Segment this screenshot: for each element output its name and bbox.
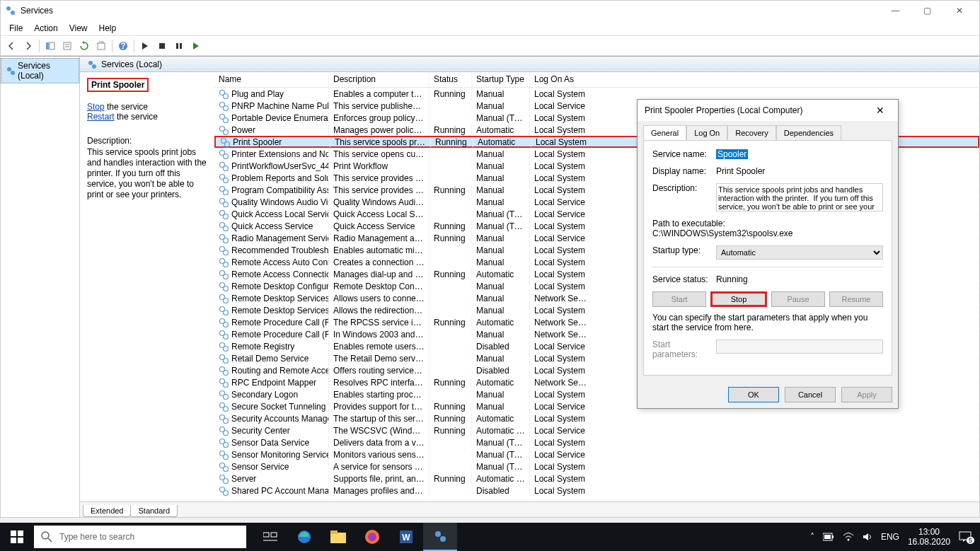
apply-button[interactable]: Apply <box>841 387 892 402</box>
col-name[interactable]: Name <box>214 72 329 87</box>
forward-button[interactable] <box>21 38 36 54</box>
startup-type-select[interactable]: Automatic <box>716 245 883 260</box>
svg-point-58 <box>224 334 229 339</box>
clock[interactable]: 13:00 16.08.2020 <box>908 527 950 547</box>
bottom-tabs: Extended Standard <box>80 501 979 517</box>
ok-button[interactable]: OK <box>728 387 779 402</box>
svg-point-13 <box>7 67 11 71</box>
tab-logon[interactable]: Log On <box>686 125 727 140</box>
tab-extended[interactable]: Extended <box>83 505 131 517</box>
svg-point-44 <box>224 250 229 255</box>
service-row[interactable]: ServerSupports file, print, and na…Runni… <box>214 472 979 485</box>
menu-action[interactable]: Action <box>28 22 63 35</box>
tab-dependencies[interactable]: Dependencies <box>776 125 841 140</box>
service-row[interactable]: Sensor ServiceA service for sensors that… <box>214 460 979 472</box>
path-label: Path to executable: <box>652 219 883 228</box>
menu-file[interactable]: File <box>4 22 28 35</box>
close-button[interactable]: ✕ <box>943 1 975 21</box>
desc-label: Description: <box>87 136 207 146</box>
dialog-desc-text[interactable] <box>716 183 883 211</box>
word-icon[interactable]: W <box>389 523 423 551</box>
tray-chevron-icon[interactable]: ˄ <box>810 532 814 542</box>
svg-rect-87 <box>11 538 16 543</box>
tab-general[interactable]: General <box>643 125 686 140</box>
params-note: You can specify the start parameters tha… <box>652 313 883 332</box>
stop-service-button[interactable] <box>154 38 170 54</box>
tree-services-local[interactable]: Services (Local) <box>1 58 79 83</box>
service-row[interactable]: Sensor Monitoring ServiceMonitors variou… <box>214 448 979 460</box>
svg-point-16 <box>92 64 96 69</box>
restart-link[interactable]: Restart <box>87 112 115 122</box>
start-button[interactable]: Start <box>652 291 706 307</box>
service-row[interactable]: Shared PC Account ManagerManages profile… <box>214 485 979 497</box>
service-row[interactable]: Security CenterThe WSCSVC (Windows Se…Ru… <box>214 424 979 436</box>
col-status[interactable]: Status <box>430 72 472 87</box>
help-button[interactable]: ? <box>115 38 131 54</box>
svg-rect-3 <box>50 42 54 50</box>
volume-icon[interactable] <box>863 532 872 542</box>
titlebar[interactable]: Services — ▢ ✕ <box>1 1 979 21</box>
tab-recovery[interactable]: Recovery <box>727 125 776 140</box>
svg-point-72 <box>224 418 229 423</box>
svg-point-98 <box>368 533 376 541</box>
svg-point-20 <box>224 105 229 110</box>
system-tray[interactable]: ˄ ENG 13:00 16.08.2020 5 <box>802 527 980 547</box>
resume-button[interactable]: Resume <box>829 291 883 307</box>
tree-pane[interactable]: Services (Local) <box>1 57 80 517</box>
svg-point-50 <box>224 286 229 291</box>
battery-icon[interactable] <box>823 532 834 542</box>
menu-help[interactable]: Help <box>93 22 122 35</box>
stop-button[interactable]: Stop <box>710 291 767 307</box>
description-panel: Print Spooler Stop the service Restart t… <box>80 72 214 501</box>
svg-point-74 <box>224 430 229 435</box>
search-icon <box>41 531 52 543</box>
tab-standard[interactable]: Standard <box>130 505 178 517</box>
start-service-button[interactable] <box>137 38 153 54</box>
wifi-icon[interactable] <box>843 532 854 542</box>
svg-point-89 <box>42 532 49 539</box>
start-button-win[interactable] <box>0 523 34 551</box>
service-row[interactable]: Plug and PlayEnables a computer to rec…R… <box>214 88 979 100</box>
firefox-icon[interactable] <box>355 523 389 551</box>
pause-service-button[interactable] <box>171 38 187 54</box>
restart-service-button[interactable] <box>188 38 204 54</box>
notification-icon[interactable]: 5 <box>959 531 972 543</box>
desc-text: This service spools print jobs and handl… <box>87 147 207 200</box>
back-button[interactable] <box>4 38 19 54</box>
col-desc[interactable]: Description <box>329 72 430 87</box>
properties-dialog[interactable]: Print Spooler Properties (Local Computer… <box>637 99 899 409</box>
search-box[interactable]: Type here to search <box>34 526 246 548</box>
list-header[interactable]: Name Description Status Startup Type Log… <box>214 72 979 88</box>
export-button[interactable] <box>93 38 109 54</box>
explorer-icon[interactable] <box>321 523 355 551</box>
dialog-desc-label: Description: <box>652 183 716 193</box>
svg-point-54 <box>224 310 229 315</box>
minimize-button[interactable]: — <box>880 1 911 21</box>
pause-button[interactable]: Pause <box>771 291 825 307</box>
dialog-close-button[interactable]: ✕ <box>870 100 891 121</box>
show-hide-tree-button[interactable] <box>42 38 58 54</box>
svg-point-66 <box>224 382 229 387</box>
svg-rect-92 <box>271 533 277 537</box>
dialog-titlebar[interactable]: Print Spooler Properties (Local Computer… <box>638 100 898 121</box>
svg-text:W: W <box>402 533 410 543</box>
svg-rect-2 <box>46 42 49 50</box>
language-indicator[interactable]: ENG <box>881 532 899 542</box>
services-icon <box>5 5 16 16</box>
service-name-value[interactable]: Spooler <box>716 149 748 159</box>
cancel-button[interactable]: Cancel <box>785 387 836 402</box>
taskbar[interactable]: Type here to search W ˄ ENG 13:00 16.08.… <box>0 523 980 551</box>
services-taskbar-icon[interactable] <box>423 523 457 551</box>
stop-link[interactable]: Stop <box>87 102 105 112</box>
maximize-button[interactable]: ▢ <box>911 1 943 21</box>
task-view-icon[interactable] <box>253 523 287 551</box>
properties-button[interactable] <box>59 38 75 54</box>
edge-icon[interactable] <box>287 523 321 551</box>
col-logon[interactable]: Log On As <box>530 72 979 87</box>
service-row[interactable]: Sensor Data ServiceDelivers data from a … <box>214 436 979 448</box>
col-startup[interactable]: Startup Type <box>472 72 530 87</box>
svg-rect-88 <box>18 538 23 543</box>
refresh-button[interactable] <box>76 38 92 54</box>
service-row[interactable]: Security Accounts ManagerThe startup of … <box>214 412 979 424</box>
menu-view[interactable]: View <box>64 22 93 35</box>
